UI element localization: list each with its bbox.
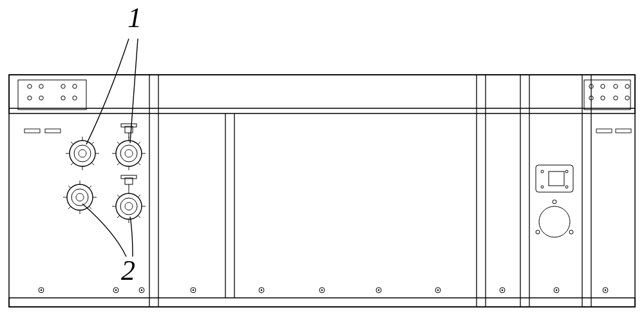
callout-label-1: 1 xyxy=(128,4,142,32)
bottom-screws xyxy=(39,288,608,293)
svg-point-41 xyxy=(541,170,544,173)
svg-rect-45 xyxy=(549,171,564,186)
svg-rect-36 xyxy=(24,129,40,133)
svg-point-43 xyxy=(541,186,544,188)
svg-rect-20 xyxy=(9,75,635,307)
svg-rect-39 xyxy=(616,129,631,133)
mount-bolts-left xyxy=(28,84,77,100)
service-panel-right xyxy=(536,165,573,237)
svg-rect-34 xyxy=(18,80,86,110)
svg-point-44 xyxy=(565,186,568,188)
callout-label-2: 2 xyxy=(121,257,135,285)
mount-bolts-right xyxy=(589,84,629,100)
port-upper-left xyxy=(66,137,99,170)
svg-point-48 xyxy=(536,230,540,234)
port-lower-left xyxy=(63,181,97,214)
port-upper-right-valved xyxy=(112,124,146,170)
svg-rect-37 xyxy=(45,129,61,133)
panel-drawing xyxy=(0,0,644,323)
leader-lines xyxy=(82,39,138,257)
svg-point-42 xyxy=(565,170,568,173)
svg-point-49 xyxy=(569,230,573,234)
svg-rect-38 xyxy=(596,129,612,133)
svg-point-47 xyxy=(553,200,556,204)
svg-rect-23 xyxy=(9,298,635,307)
port-lower-right xyxy=(112,175,146,223)
svg-point-46 xyxy=(539,206,570,237)
figure-stage: 1 2 xyxy=(0,0,644,323)
